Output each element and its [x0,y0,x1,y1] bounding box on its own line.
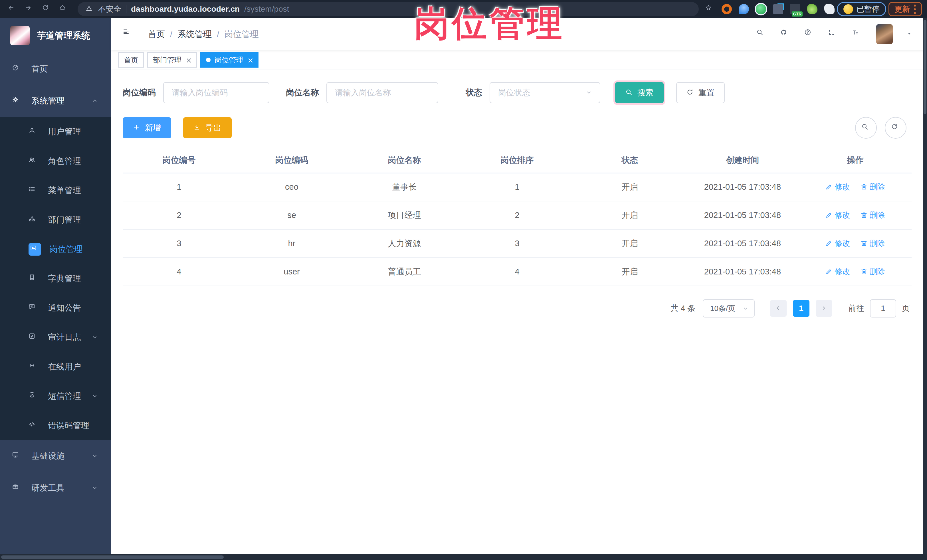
sidebar-item-notice-announcement[interactable]: 通知公告 [0,293,111,323]
delete-link[interactable]: 删除 [860,182,885,192]
code-icon [29,421,38,431]
avatar-caret-down-icon[interactable] [906,30,915,38]
sidebar-item-dev-tools[interactable]: 研发工具 [0,472,111,504]
sidebar-item-home[interactable]: 首页 [0,53,111,85]
org-tree-icon [29,215,38,225]
address-bar[interactable]: 不安全 dashboard.yudao.iocoder.cn/system/po… [78,2,699,16]
users-icon [29,156,38,166]
sidebar-item-system-management[interactable]: 系统管理 [0,85,111,117]
post-code-label: 岗位编码 [123,87,156,99]
search-icon[interactable] [756,29,767,39]
paused-extension-pill[interactable]: 已暂停 [837,2,886,16]
breadcrumb-system[interactable]: 系统管理 [178,29,212,40]
browser-home-button[interactable] [56,2,71,17]
post-name-input[interactable] [327,82,438,103]
browser-update-button[interactable]: 更新 [889,2,922,16]
pencil-icon [825,240,832,247]
extension-icon[interactable] [722,4,732,14]
post-card-icon [29,243,41,256]
edit-link[interactable]: 修改 [825,182,850,192]
delete-link[interactable]: 删除 [860,266,885,277]
sidebar-item-department-management[interactable]: 部门管理 [0,205,111,235]
sidebar-item-audit-log[interactable]: 审计日志 [0,323,111,352]
book-icon [29,274,38,284]
column-header-post-code: 岗位编码 [236,148,348,173]
bookmark-star-icon[interactable] [705,4,715,14]
sidebar-item-online-users[interactable]: 在线用户 [0,352,111,381]
edit-link[interactable]: 修改 [825,210,850,220]
edit-link[interactable]: 修改 [825,238,850,249]
edit-link[interactable]: 修改 [825,266,850,277]
post-code-input[interactable] [163,82,269,103]
update-label: 更新 [895,4,910,14]
export-button[interactable]: 导出 [183,117,232,138]
close-icon[interactable] [185,57,191,63]
scrollbar-thumb[interactable] [1,555,224,559]
sidebar-item-error-code-management[interactable]: 错误码管理 [0,411,111,440]
sidebar-item-role-management[interactable]: 角色管理 [0,146,111,176]
prev-page-button[interactable] [770,300,787,317]
gear-icon [12,96,22,106]
header-actions [756,24,927,44]
extension-icon[interactable]: GTR [790,4,800,14]
comment-icon [29,303,38,313]
delete-link[interactable]: 删除 [860,238,885,249]
annotation-watermark: 岗位管理 [414,1,565,47]
sidebar-item-post-management[interactable]: 岗位管理 [0,235,111,264]
next-page-button[interactable] [816,300,832,317]
sidebar-item-user-management[interactable]: 用户管理 [0,117,111,146]
search-button[interactable]: 搜索 [615,82,664,103]
column-header-actions: 操作 [799,148,912,173]
browser-back-button[interactable] [5,2,20,17]
horizontal-scrollbar[interactable] [0,554,927,560]
add-button[interactable]: 新增 [123,117,171,138]
sidebar-item-menu-management[interactable]: 菜单管理 [0,176,111,205]
app-logo-row[interactable]: 芋道管理系统 [0,18,111,53]
chevron-down-icon [91,452,99,460]
extension-icon[interactable] [773,4,783,14]
toggle-search-button[interactable] [855,117,877,139]
scrollbar-thumb[interactable] [924,20,926,114]
posts-table: 岗位编号 岗位编码 岗位名称 岗位排序 状态 创建时间 操作 1 ceo 董事长… [123,148,912,286]
vertical-scrollbar[interactable] [923,18,927,560]
chevron-down-icon [91,334,99,341]
sidebar-toggle-button[interactable] [120,26,138,43]
goto-page-input[interactable] [870,299,896,317]
extension-icon[interactable] [756,4,766,14]
refresh-table-button[interactable] [885,117,906,139]
reset-button[interactable]: 重置 [676,82,725,103]
extension-icon[interactable] [739,4,749,14]
status-select[interactable]: 岗位状态 [489,82,600,103]
fullscreen-icon[interactable] [828,29,839,39]
breadcrumb-home[interactable]: 首页 [148,29,165,40]
browser-reload-button[interactable] [40,2,54,17]
app-logo-image [10,26,30,46]
url-host: dashboard.yudao.iocoder.cn [131,5,240,14]
sidebar: 芋道管理系统 首页 系统管理 用户管理 角色管理 [0,18,111,560]
font-size-icon[interactable] [852,29,863,39]
table-tools [855,117,912,139]
github-icon[interactable] [780,29,791,39]
sidebar-item-dict-management[interactable]: 字典管理 [0,264,111,293]
pencil-icon [825,212,832,219]
chevron-down-icon [585,89,593,96]
page-size-select[interactable]: 10条/页 [703,299,755,317]
extension-icon[interactable] [807,4,818,14]
tab-home[interactable]: 首页 [118,52,144,68]
sidebar-item-infrastructure[interactable]: 基础设施 [0,440,111,472]
extension-icon[interactable] [824,4,834,14]
tab-post-management[interactable]: 岗位管理 [200,52,258,68]
browser-forward-button[interactable] [22,2,37,17]
page-number-1[interactable]: 1 [793,300,810,317]
user-avatar[interactable] [876,24,893,44]
sidebar-menu: 首页 系统管理 用户管理 角色管理 菜单管理 [0,53,111,504]
pagination-total: 共 4 条 [670,303,695,314]
delete-link[interactable]: 删除 [860,210,885,220]
chevron-down-icon [91,484,99,492]
dashboard-icon [12,64,22,74]
tab-department-management[interactable]: 部门管理 [147,52,197,68]
browser-menu-icon[interactable] [914,5,916,14]
close-icon[interactable] [247,57,253,63]
help-icon[interactable] [804,29,815,39]
sidebar-item-sms-management[interactable]: 短信管理 [0,381,111,411]
